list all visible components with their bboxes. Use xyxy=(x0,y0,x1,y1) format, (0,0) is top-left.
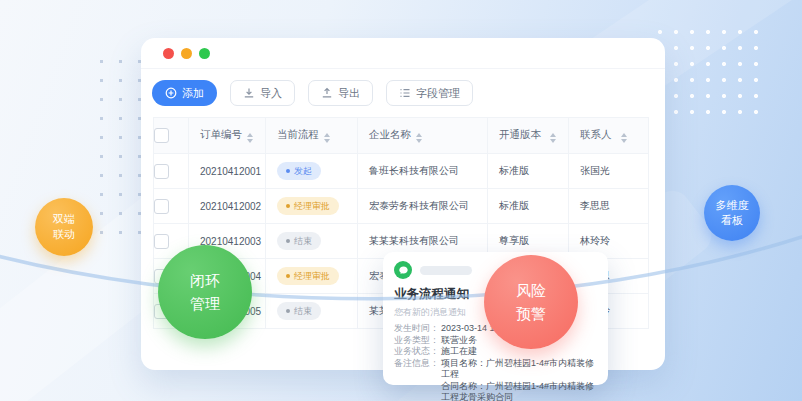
notification-field: 业务类型： 联营业务 xyxy=(394,335,597,347)
feature-bubble-closed-loop: 闭环管理 xyxy=(158,245,252,339)
status-badge: 经理审批 xyxy=(277,197,339,215)
dot-grid-decoration-right xyxy=(652,24,770,126)
traffic-light-green-icon[interactable] xyxy=(199,48,210,59)
export-button[interactable]: 导出 xyxy=(308,80,373,106)
select-all-checkbox[interactable] xyxy=(154,128,169,143)
notification-extra-line: 合同名称：广州碧桂园1-4#市内精装修工程龙骨采购合同 xyxy=(441,381,597,401)
sort-icon[interactable] xyxy=(550,133,556,143)
notification-field: 业务状态： 施工在建 xyxy=(394,346,597,358)
order-no-cell: 20210412002 xyxy=(189,189,266,224)
feature-bubble-multi-dashboard: 多维度看板 xyxy=(704,185,760,241)
sort-icon[interactable] xyxy=(416,133,422,143)
status-badge: 经理审批 xyxy=(277,267,339,285)
add-button[interactable]: 添加 xyxy=(152,80,217,106)
status-badge: 发起 xyxy=(277,162,321,180)
status-badge: 结束 xyxy=(277,232,321,250)
column-header-version[interactable]: 开通版本 xyxy=(488,118,569,154)
marketing-screenshot-canvas: 添加 导入 导出 xyxy=(0,0,802,401)
sender-placeholder xyxy=(420,266,472,275)
table-row: 20210412002 经理审批 宏泰劳务科技有限公司 标准版 李思思 xyxy=(154,189,649,224)
contact-cell: 李思思 xyxy=(569,189,649,224)
sort-icon[interactable] xyxy=(324,133,330,143)
table-row: 20210412001 发起 鲁班长科技有限公司 标准版 张国光 xyxy=(154,154,649,189)
field-management-button[interactable]: 字段管理 xyxy=(386,80,473,106)
download-icon xyxy=(243,87,255,99)
traffic-light-red-icon[interactable] xyxy=(163,48,174,59)
notification-field: 备注信息： 项目名称：广州碧桂园1-4#市内精装修工程 xyxy=(394,358,597,381)
traffic-light-yellow-icon[interactable] xyxy=(181,48,192,59)
row-checkbox[interactable] xyxy=(154,164,169,179)
toolbar: 添加 导入 导出 xyxy=(141,69,665,106)
column-header-contact[interactable]: 联系人 xyxy=(569,118,649,154)
status-badge: 结束 xyxy=(277,302,321,320)
chat-bubble-icon xyxy=(394,261,412,279)
sort-icon[interactable] xyxy=(621,133,627,143)
feature-bubble-dual-linkage: 双端联动 xyxy=(35,198,93,256)
column-header-order-no[interactable]: 订单编号 xyxy=(189,118,266,154)
upload-icon xyxy=(321,87,333,99)
contact-cell: 张国光 xyxy=(569,154,649,189)
version-cell: 标准版 xyxy=(488,154,569,189)
table-header-row: 订单编号 当前流程 企业名称 开通版本 联系人 xyxy=(154,118,649,154)
import-button[interactable]: 导入 xyxy=(230,80,295,106)
company-cell: 宏泰劳务科技有限公司 xyxy=(358,189,488,224)
column-header-current-flow[interactable]: 当前流程 xyxy=(266,118,358,154)
version-cell: 标准版 xyxy=(488,189,569,224)
order-no-cell: 20210412001 xyxy=(189,154,266,189)
list-settings-icon xyxy=(399,87,411,99)
company-cell: 鲁班长科技有限公司 xyxy=(358,154,488,189)
column-header-company[interactable]: 企业名称 xyxy=(358,118,488,154)
window-titlebar xyxy=(141,38,665,69)
plus-circle-icon xyxy=(165,87,177,99)
row-checkbox[interactable] xyxy=(154,199,169,214)
row-checkbox[interactable] xyxy=(154,234,169,249)
dot-grid-decoration-left xyxy=(92,52,142,240)
sort-icon[interactable] xyxy=(247,133,253,143)
feature-bubble-risk-warning: 风险预警 xyxy=(484,255,578,349)
